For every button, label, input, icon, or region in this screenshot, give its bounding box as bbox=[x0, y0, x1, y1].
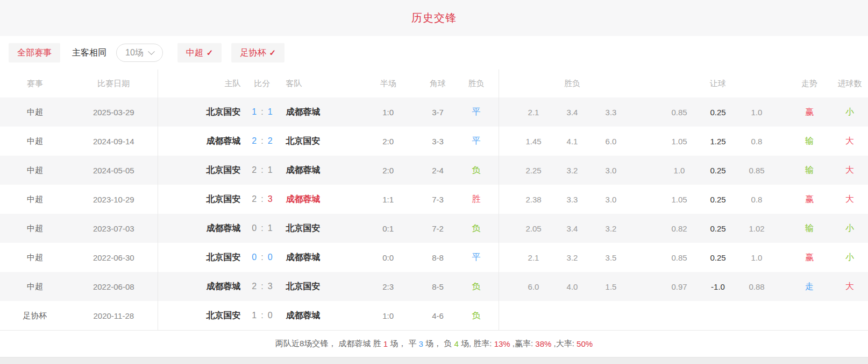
table-header-right: 胜负 让球 走势 进球数 bbox=[499, 69, 866, 97]
cell-league: 中超 bbox=[0, 214, 70, 243]
table-body: 中超 2025-03-29 北京国安 1 : 1 成都蓉城 1:0 3-7 平 … bbox=[0, 97, 868, 330]
cell-trend bbox=[793, 301, 826, 330]
cell-odds-away: 3.0 bbox=[592, 156, 630, 185]
cell-home-team: 北京国安 bbox=[158, 156, 241, 185]
cell-date: 2024-09-14 bbox=[70, 127, 158, 156]
col-header-trend: 走势 bbox=[793, 69, 826, 97]
score-home: 0 bbox=[252, 223, 257, 233]
cell-result: 胜 bbox=[454, 185, 499, 214]
cell-goals-over-under: 大 bbox=[834, 127, 866, 156]
col-header-date: 比赛日期 bbox=[70, 69, 158, 97]
cell-odds-home: 2.25 bbox=[514, 156, 553, 185]
cell-score: 2 : 3 bbox=[241, 185, 284, 214]
match-row[interactable]: 中超 2022-06-30 北京国安 0 : 0 成都蓉城 0:0 8-8 平 … bbox=[0, 243, 868, 272]
table-header-left: 赛事 比赛日期 主队 比分 客队 半场 角球 胜负 bbox=[0, 69, 499, 97]
cell-halftime-score: 0:1 bbox=[354, 214, 422, 243]
cell-away-team: 成都蓉城 bbox=[283, 97, 354, 127]
filter-same-venue[interactable]: 主客相同 bbox=[72, 47, 106, 59]
cell-odds-away: 6.0 bbox=[592, 127, 630, 156]
col-header-away: 客队 bbox=[283, 69, 354, 97]
cell-score: 2 : 3 bbox=[241, 272, 284, 301]
cell-odds-home: 6.0 bbox=[514, 272, 553, 301]
cell-goals-over-under: 小 bbox=[834, 214, 866, 243]
cell-handicap-line: 0.25 bbox=[699, 185, 737, 214]
cell-home-team: 北京国安 bbox=[158, 301, 241, 330]
filter-league-chip-fa-cup[interactable]: 足协杯 ✓ bbox=[231, 43, 284, 62]
summary-over-rate: 50% bbox=[577, 339, 593, 348]
summary-handicap-rate: 38% bbox=[535, 339, 551, 348]
score-home: 2 bbox=[252, 136, 257, 146]
match-row[interactable]: 中超 2024-05-05 北京国安 2 : 1 成都蓉城 2:0 2-4 负 … bbox=[0, 156, 868, 185]
match-row[interactable]: 中超 2022-06-08 成都蓉城 2 : 3 北京国安 2:3 8-5 负 … bbox=[0, 272, 868, 301]
match-row[interactable]: 中超 2025-03-29 北京国安 1 : 1 成都蓉城 1:0 3-7 平 … bbox=[0, 97, 868, 127]
cell-score: 1 : 0 bbox=[241, 301, 284, 330]
cell-corners: 8-8 bbox=[422, 243, 454, 272]
cell-handicap-home: 0.82 bbox=[660, 214, 699, 243]
cell-result: 负 bbox=[454, 156, 499, 185]
cell-handicap-home: 0.85 bbox=[660, 97, 699, 127]
cell-goals-over-under: 小 bbox=[834, 243, 866, 272]
cell-odds-draw: 3.2 bbox=[553, 156, 592, 185]
cell-halftime-score: 2:0 bbox=[354, 156, 422, 185]
cell-handicap-line: 0.25 bbox=[699, 156, 737, 185]
cell-odds-away: 3.0 bbox=[592, 185, 630, 214]
cell-handicap-away: 0.8 bbox=[737, 185, 776, 214]
cell-trend: 赢 bbox=[793, 97, 826, 127]
score-separator: : bbox=[261, 282, 263, 291]
cell-handicap-home: 0.85 bbox=[660, 243, 699, 272]
cell-handicap-home: 0.97 bbox=[660, 272, 699, 301]
cell-league: 中超 bbox=[0, 127, 70, 156]
cell-away-team: 北京国安 bbox=[283, 127, 354, 156]
score-home: 1 bbox=[252, 311, 257, 320]
score-away: 0 bbox=[268, 311, 273, 320]
cell-odds-draw: 3.4 bbox=[553, 97, 592, 127]
score-away: 3 bbox=[268, 282, 273, 291]
match-row[interactable]: 中超 2023-10-29 北京国安 2 : 3 成都蓉城 1:1 7-3 胜 … bbox=[0, 185, 868, 214]
cell-odds-home: 2.05 bbox=[514, 214, 553, 243]
col-header-spacer bbox=[660, 69, 699, 97]
match-row[interactable]: 足协杯 2020-11-28 北京国安 1 : 0 成都蓉城 1:0 4-6 负 bbox=[0, 301, 868, 330]
cell-league: 中超 bbox=[0, 272, 70, 301]
cell-corners: 3-7 bbox=[422, 97, 454, 127]
cell-result: 平 bbox=[454, 97, 499, 127]
cell-date: 2025-03-29 bbox=[70, 97, 158, 127]
filter-all-matches-button[interactable]: 全部赛事 bbox=[9, 43, 60, 62]
score-home: 0 bbox=[252, 253, 257, 262]
cell-odds-away: 3.3 bbox=[592, 97, 630, 127]
cell-score: 2 : 1 bbox=[241, 156, 284, 185]
cell-goals-over-under: 小 bbox=[834, 97, 866, 127]
cell-halftime-score: 1:0 bbox=[354, 97, 422, 127]
score-away: 1 bbox=[268, 165, 273, 175]
cell-odds-draw: 3.3 bbox=[553, 185, 592, 214]
summary-text: 场, 胜率: bbox=[459, 339, 494, 349]
cell-corners: 3-3 bbox=[422, 127, 454, 156]
col-header-result: 胜负 bbox=[454, 69, 499, 97]
cell-score: 1 : 1 bbox=[241, 97, 284, 127]
score-separator: : bbox=[261, 165, 263, 175]
filter-league-chip-csl[interactable]: 中超 ✓ bbox=[177, 43, 222, 62]
chip-label: 足协杯 bbox=[240, 47, 266, 59]
cell-result: 负 bbox=[454, 272, 499, 301]
score-home: 2 bbox=[252, 165, 257, 175]
cell-away-team: 北京国安 bbox=[283, 214, 354, 243]
col-header-spacer bbox=[514, 69, 553, 97]
cell-away-team: 成都蓉城 bbox=[283, 243, 354, 272]
match-row[interactable]: 中超 2023-07-03 成都蓉城 0 : 1 北京国安 0:1 7-2 负 … bbox=[0, 214, 868, 243]
summary-bar: 两队近8场交锋， 成都蓉城 胜 1 场， 平 3 场， 负 4 场, 胜率: 1… bbox=[0, 330, 868, 357]
match-count-select[interactable]: 10场 bbox=[116, 44, 163, 62]
col-header-odds-group: 胜负 bbox=[553, 69, 592, 97]
score-separator: : bbox=[261, 223, 263, 233]
match-row[interactable]: 中超 2024-09-14 成都蓉城 2 : 2 北京国安 2:0 3-3 平 … bbox=[0, 127, 868, 156]
cell-trend: 输 bbox=[793, 156, 826, 185]
cell-odds-away: 1.5 bbox=[592, 272, 630, 301]
cell-trend: 赢 bbox=[793, 185, 826, 214]
score-away: 2 bbox=[268, 136, 273, 146]
cell-result: 平 bbox=[454, 127, 499, 156]
cell-goals-over-under: 大 bbox=[834, 272, 866, 301]
summary-win-rate: 13% bbox=[494, 339, 510, 348]
score-away: 3 bbox=[268, 194, 273, 204]
cell-odds-home: 1.45 bbox=[514, 127, 553, 156]
summary-text: 场， 平 bbox=[388, 339, 419, 349]
score-separator: : bbox=[261, 194, 263, 204]
cell-goals-over-under bbox=[834, 301, 866, 330]
